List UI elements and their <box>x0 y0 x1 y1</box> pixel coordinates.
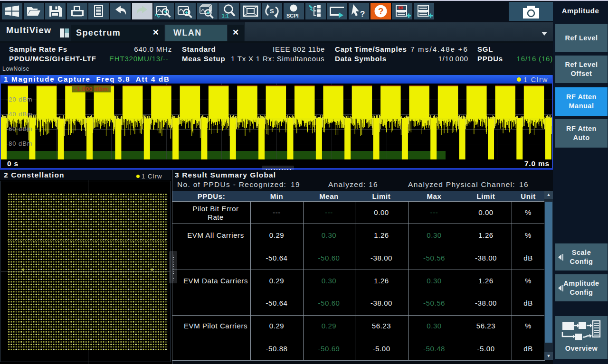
svg-text:-1.000 dBm: -1.000 dBm <box>75 86 108 93</box>
svg-text:-60 dBm: -60 dBm <box>6 125 32 132</box>
svg-text:SCPI: SCPI <box>286 13 299 19</box>
svg-text:-40 dBm: -40 dBm <box>6 111 32 118</box>
svg-text:S: S <box>270 8 274 15</box>
svg-text:?: ? <box>378 6 384 16</box>
svg-text:-80 dBm: -80 dBm <box>6 140 32 147</box>
svg-text:?: ? <box>360 9 365 19</box>
svg-text:1:1: 1:1 <box>222 13 229 19</box>
svg-text:-20 dBm: -20 dBm <box>6 96 32 103</box>
